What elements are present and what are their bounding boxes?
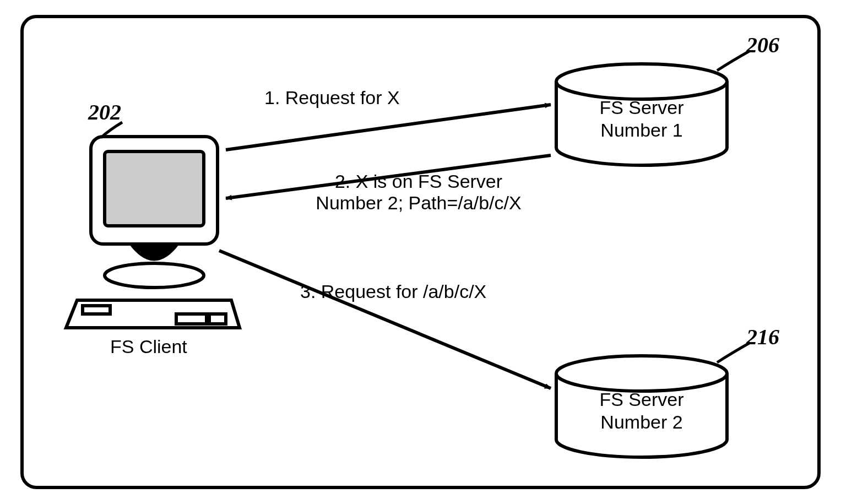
svg-rect-4: [83, 306, 110, 314]
server-1-label: FS Server Number 1: [556, 96, 727, 142]
server-1-label-line-2: Number 1: [600, 120, 682, 140]
message-2-line-2: Number 2; Path=/a/b/c/X: [316, 192, 521, 213]
ref-number-server-2: 216: [746, 324, 779, 350]
svg-point-8: [556, 356, 727, 391]
message-2: 2. X is on FS Server Number 2; Path=/a/b…: [289, 171, 548, 214]
server-2-label-line-1: FS Server: [599, 389, 683, 410]
svg-rect-6: [209, 314, 226, 324]
message-2-line-1: 2. X is on FS Server: [335, 171, 502, 192]
ref-leader-206: [717, 51, 750, 71]
server-2-label-line-2: Number 2: [600, 411, 682, 432]
ref-number-server-1: 206: [746, 32, 779, 58]
message-3: 3. Request for /a/b/c/X: [300, 281, 486, 302]
arrow-request-x: [226, 105, 551, 150]
ref-leader-216: [717, 343, 750, 362]
svg-point-3: [105, 263, 204, 288]
server-1-label-line-1: FS Server: [599, 97, 683, 118]
computer-icon: [66, 137, 240, 328]
ref-number-client: 202: [88, 99, 121, 125]
svg-rect-5: [176, 314, 207, 324]
svg-rect-2: [105, 151, 204, 226]
message-1: 1. Request for X: [264, 87, 400, 109]
svg-point-7: [556, 64, 727, 99]
server-2-label: FS Server Number 2: [556, 388, 727, 433]
diagram-canvas: 202 206 216 FS Client FS Server Number 1…: [0, 0, 841, 504]
arrow-request-abcx: [219, 251, 551, 388]
client-label: FS Client: [110, 336, 187, 357]
